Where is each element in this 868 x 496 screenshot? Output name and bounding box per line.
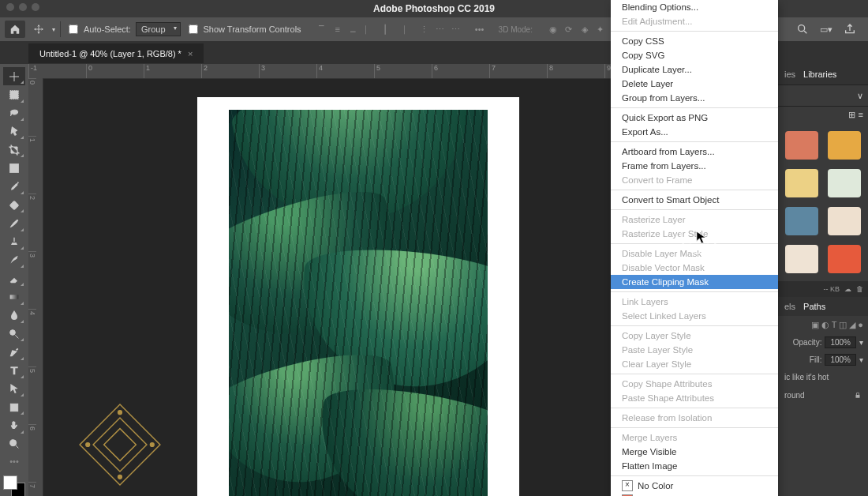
frame-tool[interactable] [3, 159, 25, 177]
menu-item: Paste Shape Attributes [611, 391, 778, 405]
align-icons[interactable]: ⎺≡⎽ ⎸⎪⎹ ⋮⋯⋯ ••• [316, 23, 486, 36]
menu-item[interactable]: Delete Layer [611, 77, 778, 91]
shape-tool[interactable] [3, 398, 25, 416]
library-swatch[interactable] [785, 245, 818, 273]
trash-icon[interactable]: 🗑 [856, 285, 863, 293]
layer-name-1[interactable]: ic like it's hot [778, 368, 868, 386]
svg-point-11 [118, 411, 122, 415]
move-tool-icon[interactable] [30, 21, 47, 38]
menu-item: Edit Adjustment... [611, 14, 778, 28]
tools-panel: ••• [0, 64, 28, 496]
menu-item[interactable]: Blending Options... [611, 0, 778, 14]
menu-item[interactable]: Duplicate Layer... [611, 62, 778, 77]
distribute-v-icon: ⋯ [434, 23, 447, 36]
library-swatch[interactable] [785, 207, 818, 235]
show-transform-checkbox[interactable]: Show Transform Controls [185, 22, 301, 36]
auto-select-dropdown[interactable]: Group [136, 22, 181, 36]
artboard[interactable] [197, 97, 519, 496]
gradient-tool[interactable] [3, 287, 25, 306]
menu-item[interactable]: Group from Layers... [611, 91, 778, 105]
menu-item[interactable]: Create Clipping Mask [611, 275, 778, 289]
library-swatch[interactable] [828, 245, 861, 273]
menu-item[interactable]: Export As... [611, 125, 778, 139]
tab-other[interactable]: ies [784, 70, 795, 79]
window-controls[interactable] [6, 3, 39, 11]
pen-tool[interactable] [3, 343, 25, 361]
more-icon: ••• [473, 23, 486, 36]
align-right-icon: ⎹ [395, 23, 407, 36]
quick-select-tool[interactable] [3, 122, 25, 141]
move-tool[interactable] [3, 67, 25, 85]
brush-tool[interactable] [3, 214, 25, 232]
panel-dropdown-icon[interactable]: ∨ [857, 91, 863, 101]
swatch-panel-footer: -- KB☁🗑 [778, 281, 868, 297]
workspace-icon: ▭▾ [819, 22, 833, 36]
align-bottom-icon: ⎽ [347, 23, 360, 36]
lasso-tool[interactable] [3, 104, 25, 122]
grid-view-icon[interactable]: ⊞ [848, 110, 855, 120]
library-swatch[interactable] [828, 207, 861, 235]
menu-item[interactable]: Merge Visible [611, 445, 778, 459]
tab-libraries[interactable]: Libraries [803, 70, 836, 79]
library-swatch[interactable] [785, 131, 818, 160]
blur-tool[interactable] [3, 306, 25, 325]
list-view-icon[interactable]: ≡ [859, 110, 863, 120]
layer-name-2[interactable]: round [778, 386, 868, 404]
document-tab[interactable]: Untitled-1 @ 40% (Layer 1, RGB/8) *× [28, 43, 204, 63]
svg-point-12 [118, 475, 122, 479]
cloud-icon[interactable]: ☁ [844, 285, 851, 293]
mode-3d-label: 3D Mode: [499, 25, 533, 34]
align-hcenter-icon: ⎪ [379, 23, 391, 36]
crop-tool[interactable] [3, 141, 25, 159]
auto-select-checkbox[interactable]: Auto-Select: [65, 22, 131, 36]
foreground-background-colors[interactable] [3, 475, 25, 496]
menu-item: Disable Vector Mask [611, 261, 778, 275]
dropdown-caret-icon[interactable]: ▾ [52, 26, 55, 33]
svg-point-7 [10, 440, 17, 446]
hand-tool[interactable] [3, 416, 25, 434]
ruler-vertical: 01234567 [28, 78, 43, 496]
clone-stamp-tool[interactable] [3, 233, 25, 251]
opacity-row[interactable]: Opacity:100%▾ [778, 333, 868, 351]
close-icon[interactable]: × [188, 49, 193, 58]
placed-image[interactable] [229, 110, 488, 496]
menu-item: Clear Layer Style [611, 357, 778, 371]
zoom-tool[interactable] [3, 435, 25, 453]
menu-item[interactable]: Flatten Image [611, 459, 778, 473]
top-right-controls[interactable]: ▭▾ [795, 22, 863, 36]
marquee-tool[interactable] [3, 85, 25, 103]
fill-row[interactable]: Fill:100%▾ [778, 351, 868, 368]
library-swatch[interactable] [785, 169, 818, 197]
library-swatch[interactable] [828, 131, 861, 160]
align-vcenter-icon: ≡ [331, 23, 344, 36]
healing-tool[interactable] [3, 196, 25, 214]
menu-item[interactable]: Copy CSS [611, 34, 778, 48]
menu-item: Release from Isolation [611, 411, 778, 425]
menu-color-item[interactable]: ×No Color [611, 479, 778, 493]
align-left-icon: ⎸ [363, 23, 376, 36]
layers-filter-icons[interactable]: ▣ ◐ T ◫ ◢ ● [778, 316, 868, 333]
history-brush-tool[interactable] [3, 251, 25, 269]
svg-point-13 [86, 443, 90, 447]
library-swatch[interactable] [828, 169, 861, 197]
menu-item: Copy Layer Style [611, 329, 778, 343]
menu-item[interactable]: Artboard from Layers... [611, 145, 778, 159]
menu-item[interactable]: Frame from Layers... [611, 159, 778, 173]
menu-item[interactable]: Quick Export as PNG [611, 111, 778, 125]
path-select-tool[interactable] [3, 380, 25, 398]
lock-icon [854, 391, 862, 400]
type-tool[interactable] [3, 362, 25, 380]
menu-item: Convert to Frame [611, 173, 778, 187]
svg-rect-10 [104, 429, 137, 461]
swatch-grid [778, 123, 868, 281]
menu-item: Paste Layer Style [611, 343, 778, 357]
layers-panel-tabs[interactable]: elsPaths [778, 297, 868, 316]
dodge-tool[interactable] [3, 325, 25, 343]
swatch-panel-tabs[interactable]: ies Libraries [778, 64, 868, 85]
eraser-tool[interactable] [3, 269, 25, 287]
menu-color-item[interactable]: Red [611, 493, 778, 496]
menu-item[interactable]: Copy SVG [611, 48, 778, 62]
eyedropper-tool[interactable] [3, 178, 25, 196]
home-button[interactable] [5, 21, 25, 38]
menu-item[interactable]: Convert to Smart Object [611, 193, 778, 207]
